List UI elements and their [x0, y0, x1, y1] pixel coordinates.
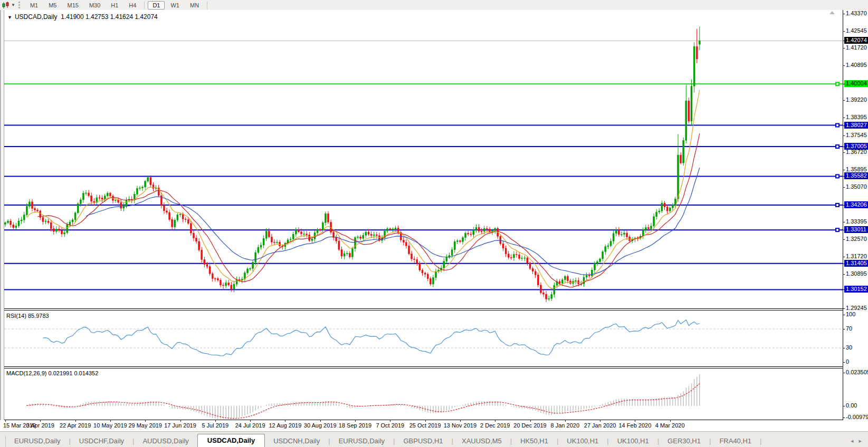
price-tick-label: 1.33395: [846, 218, 867, 225]
timeframe-button-h4[interactable]: H4: [124, 1, 141, 9]
chart-tab-uk100-h1[interactable]: UK100,H1: [558, 435, 607, 447]
price-tick-label: 1.42545: [846, 27, 867, 34]
chevron-down-icon[interactable]: ▼: [11, 3, 15, 7]
macd-tick-label: -0.009795: [846, 414, 868, 420]
date-tick-label: 10 May 2019: [93, 422, 127, 429]
date-tick-mark: [530, 420, 531, 422]
tabs-scroll-left-icon[interactable]: ◂: [851, 438, 854, 444]
date-tick-mark: [635, 420, 635, 422]
chart-tab-usdcad-daily[interactable]: USDCAD,Daily: [197, 434, 265, 447]
timeframe-button-m1[interactable]: M1: [25, 1, 43, 9]
date-tick-mark: [670, 420, 671, 422]
level-handle[interactable]: [836, 203, 839, 207]
level-handle[interactable]: [836, 228, 839, 231]
indicator-line: [27, 90, 700, 288]
chart-window[interactable]: ▼USDCAD,Daily 1.41900 1.42753 1.41624 1.…: [0, 10, 868, 420]
chart-tab-eurusd-daily[interactable]: EURUSD,Daily: [6, 435, 69, 447]
date-tick-mark: [145, 420, 146, 422]
date-tick-mark: [180, 420, 181, 422]
price-tick-label: 1.39220: [846, 96, 867, 103]
level-price-label: 1.33011: [844, 226, 868, 233]
chart-plot[interactable]: [0, 10, 868, 420]
date-tick-mark: [355, 420, 356, 422]
price-tick-label: 1.43370: [846, 10, 867, 16]
level-price-label: 1.37005: [844, 143, 868, 150]
date-tick-label: 22 Apr 2019: [60, 422, 91, 429]
date-tick-mark: [40, 420, 41, 422]
tabs-scroll-right-icon[interactable]: ▸: [859, 438, 862, 444]
price-tick-label: 1.36720: [846, 149, 867, 155]
date-tick-label: 27 Jan 2020: [584, 422, 616, 429]
chart-tab-xauusd-m5[interactable]: XAUUSD,M5: [453, 435, 510, 447]
chart-tab-uk100-h1[interactable]: UK100,H1: [609, 435, 657, 447]
tab-separator: |: [760, 437, 761, 447]
date-tick-label: 3 Apr 2019: [26, 422, 54, 429]
price-tick-label: 1.35895: [846, 166, 867, 172]
date-tick-label: 13 Nov 2019: [444, 422, 476, 429]
date-tick-label: 12 Aug 2019: [269, 422, 301, 429]
tab-bar-stub: [0, 436, 6, 447]
collapse-triangle-icon[interactable]: ▼: [7, 15, 12, 20]
rsi-indicator-label: RSI(14) 85.9783: [6, 313, 49, 319]
date-tick-mark: [215, 420, 216, 422]
level-price-label: 1.34206: [844, 201, 868, 208]
macd-indicator-label: MACD(12,26,9) 0.021991 0.014352: [6, 370, 98, 376]
candlestick-chart-icon[interactable]: [2, 2, 10, 9]
chart-tab-hk50-h1[interactable]: HK50,H1: [512, 435, 557, 447]
timeframe-button-m15[interactable]: M15: [62, 1, 83, 9]
chart-title: ▼USDCAD,Daily 1.41900 1.42753 1.41624 1.…: [7, 13, 158, 21]
indicator-line: [37, 133, 700, 287]
symbol-period-label: USDCAD,Daily: [15, 13, 58, 21]
level-handle[interactable]: [836, 174, 839, 178]
date-tick-mark: [110, 420, 111, 422]
price-tick-label: 1.30895: [846, 270, 867, 277]
chart-tab-gbpusd-h1[interactable]: GBPUSD,H1: [395, 435, 451, 447]
chart-tab-eurusd-daily[interactable]: EURUSD,Daily: [330, 435, 393, 447]
chart-tab-fra40-h1[interactable]: FRA40,H1: [711, 435, 760, 447]
timeframe-button-m30[interactable]: M30: [84, 1, 105, 9]
date-tick-label: 17 Jun 2019: [164, 422, 196, 429]
indicator-line: [27, 384, 700, 419]
level-price-label: 1.31405: [844, 260, 868, 267]
macd-tick-label: 0.00: [846, 402, 857, 409]
price-tick-label: 1.32570: [846, 236, 867, 242]
rsi-tick-label: 100: [846, 311, 855, 317]
toolbar-grip[interactable]: [18, 2, 22, 8]
timeframe-button-d1[interactable]: D1: [148, 1, 165, 9]
rsi-tick-label: 0: [846, 358, 849, 365]
indicator-line: [86, 168, 700, 275]
date-tick-mark: [600, 420, 600, 422]
price-axis[interactable]: 1.433701.425451.417201.408951.392201.383…: [843, 10, 868, 420]
date-tick-mark: [390, 420, 390, 422]
date-tick-label: 7 Oct 2019: [376, 422, 404, 429]
candlestick-series[interactable]: [5, 26, 701, 302]
chart-tab-bar: EURUSD,Daily|USDCHF,Daily|AUDUSD,DailyUS…: [0, 431, 868, 447]
date-tick-mark: [320, 420, 321, 422]
level-handle[interactable]: [836, 145, 839, 148]
macd-tick-label: 0.023505: [846, 369, 868, 375]
price-tick-label: 1.29245: [846, 305, 867, 311]
chart-tab-ger30-h1[interactable]: GER30,H1: [659, 435, 709, 447]
chart-tab-audusd-daily[interactable]: AUDUSD,Daily: [134, 435, 197, 447]
price-tick-label: 1.38395: [846, 114, 867, 120]
date-tick-label: 4 Mar 2020: [655, 422, 685, 429]
date-tick-label: 24 Jul 2019: [235, 422, 265, 429]
level-handle[interactable]: [836, 82, 839, 85]
timeframe-button-w1[interactable]: W1: [166, 1, 184, 9]
rsi-tick-label: 70: [846, 325, 852, 332]
date-tick-label: 30 Aug 2019: [304, 422, 337, 429]
timeframe-button-m5[interactable]: M5: [44, 1, 61, 9]
level-price-label: 1.35582: [844, 172, 868, 179]
timeframe-button-h1[interactable]: H1: [106, 1, 123, 9]
date-tick-label: 14 Feb 2020: [619, 422, 652, 429]
level-handle[interactable]: [836, 124, 839, 127]
chart-tab-usdcnh-daily[interactable]: USDCNH,Daily: [265, 435, 328, 447]
price-tick-label: 1.31720: [846, 253, 867, 259]
rsi-tick-label: 30: [846, 344, 852, 351]
timeframe-button-mn[interactable]: MN: [185, 1, 204, 9]
time-axis[interactable]: 15 Mar 20193 Apr 201922 Apr 201910 May 2…: [0, 420, 868, 431]
date-tick-mark: [565, 420, 566, 422]
mt4-terminal: ▼ M1M5M15M30H1H4D1W1MN ▼USDCAD,Daily 1.4…: [0, 0, 868, 447]
chart-tab-usdchf-daily[interactable]: USDCHF,Daily: [71, 435, 132, 447]
scroll-anchor-icon: [829, 11, 835, 14]
